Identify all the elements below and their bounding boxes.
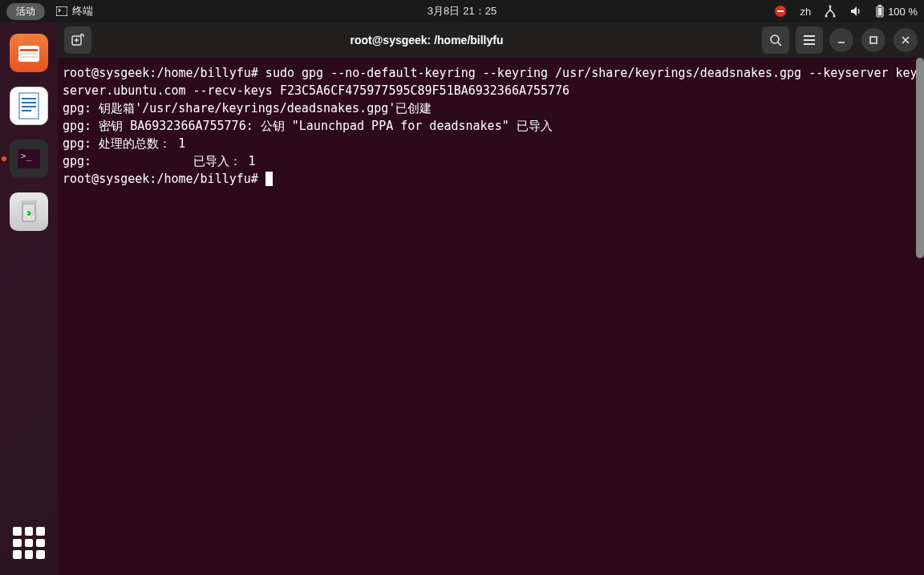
svg-rect-19 xyxy=(21,200,37,204)
svg-rect-8 xyxy=(20,49,38,51)
maximize-button[interactable] xyxy=(861,28,886,52)
dock-files-icon[interactable] xyxy=(10,34,48,72)
top-panel: 活动 终端 3月8日 21：25 zh 100 % xyxy=(0,0,924,22)
svg-rect-6 xyxy=(878,8,882,16)
app-menu[interactable]: 终端 xyxy=(56,4,93,18)
svg-text:>_: >_ xyxy=(21,151,32,161)
terminal-scrollbar[interactable] xyxy=(916,58,924,258)
svg-point-3 xyxy=(829,6,832,8)
search-button[interactable] xyxy=(762,26,789,54)
svg-rect-13 xyxy=(22,102,36,103)
svg-rect-0 xyxy=(56,6,67,16)
app-menu-label: 终端 xyxy=(72,4,93,18)
activities-button[interactable]: 活动 xyxy=(6,3,45,20)
terminal-cursor xyxy=(265,172,273,186)
terminal-line: gpg: 钥匙箱'/usr/share/keyrings/deadsnakes.… xyxy=(63,101,432,115)
svg-point-22 xyxy=(771,35,779,43)
terminal-indicator-icon xyxy=(56,6,67,16)
terminal-line: root@sysgeek:/home/billyfu# sudo gpg --n… xyxy=(63,66,918,98)
svg-rect-15 xyxy=(22,110,31,111)
svg-rect-14 xyxy=(22,106,36,107)
battery-label: 100 % xyxy=(888,6,918,18)
network-icon[interactable] xyxy=(824,5,837,18)
terminal-line: gpg: 密钥 BA6932366A755776: 公钥 "Launchpad … xyxy=(63,119,553,133)
window-title: root@sysgeek: /home/billyfu xyxy=(98,34,756,47)
svg-rect-10 xyxy=(20,56,38,58)
dock-show-apps[interactable] xyxy=(13,527,45,559)
svg-rect-9 xyxy=(20,53,38,55)
battery-icon xyxy=(875,5,885,18)
svg-rect-12 xyxy=(22,98,36,99)
dock-writer-icon[interactable] xyxy=(10,87,48,125)
notification-icon[interactable] xyxy=(774,5,787,18)
ime-indicator[interactable]: zh xyxy=(800,6,811,18)
terminal-prompt: root@sysgeek:/home/billyfu# xyxy=(63,172,265,186)
hamburger-menu-button[interactable] xyxy=(796,26,823,54)
dock-terminal-icon[interactable]: >_ xyxy=(10,140,48,178)
minimize-button[interactable] xyxy=(829,28,853,52)
svg-point-1 xyxy=(825,15,828,18)
clock[interactable]: 3月8日 21：25 xyxy=(428,4,496,18)
dock: >_ xyxy=(0,22,58,575)
window-titlebar[interactable]: root@sysgeek: /home/billyfu xyxy=(58,22,924,58)
date-label: 3月8日 xyxy=(428,4,460,18)
time-label: 21：25 xyxy=(463,4,496,18)
close-button[interactable] xyxy=(894,28,918,52)
svg-rect-23 xyxy=(870,37,877,43)
svg-point-2 xyxy=(833,15,836,18)
svg-rect-5 xyxy=(878,5,881,6)
terminal-line: gpg: 处理的总数： 1 xyxy=(63,136,185,151)
terminal-window: root@sysgeek: /home/billyfu root@sysgeek… xyxy=(58,22,924,575)
terminal-content[interactable]: root@sysgeek:/home/billyfu# sudo gpg --n… xyxy=(58,58,924,575)
new-tab-button[interactable] xyxy=(64,26,91,54)
battery-status[interactable]: 100 % xyxy=(875,5,918,18)
dock-trash-icon[interactable] xyxy=(10,192,48,231)
terminal-line: gpg: 已导入： 1 xyxy=(63,154,256,168)
volume-icon[interactable] xyxy=(849,5,862,18)
